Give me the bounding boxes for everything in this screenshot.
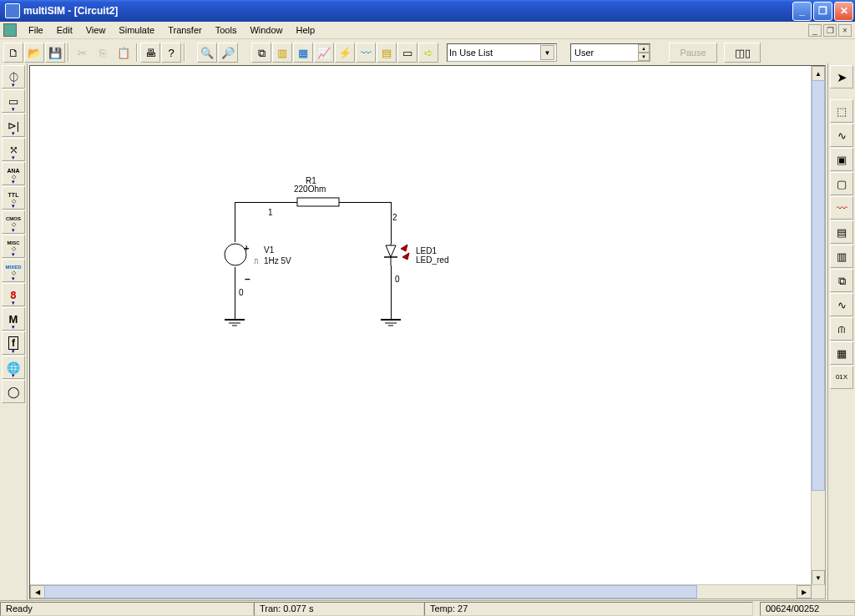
palette-source[interactable]: ⏀ — [2, 65, 25, 88]
globe-icon: 🌐 — [7, 362, 20, 373]
palette-ttl[interactable]: TTL◇ — [2, 186, 25, 210]
menu-transfer[interactable]: Transfer — [161, 23, 209, 37]
scroll-up-icon[interactable]: ▲ — [812, 66, 825, 81]
instrument-wattmeter[interactable]: ▣ — [830, 148, 853, 171]
palette-cmos[interactable]: CMOS◇ — [2, 210, 25, 234]
in-use-combo[interactable]: In Use List ▼ — [447, 43, 557, 62]
menu-view[interactable]: View — [79, 23, 113, 37]
minimize-button[interactable]: _ — [792, 2, 812, 21]
vscroll-thumb[interactable] — [812, 80, 825, 491]
open-button[interactable]: 📂 — [24, 43, 44, 63]
user-field[interactable]: User ▲▼ — [570, 43, 650, 62]
menu-tools[interactable]: Tools — [209, 23, 244, 37]
zoom-out-button[interactable]: 🔎 — [218, 43, 238, 63]
analysis5-button[interactable]: ▭ — [397, 43, 417, 63]
postprocess-button[interactable]: ⚡ — [335, 43, 355, 63]
scroll-left-icon[interactable]: ◀ — [30, 585, 45, 598]
go-button[interactable]: ➪ — [418, 43, 438, 63]
vertical-scrollbar[interactable]: ▲ ▼ — [811, 66, 825, 585]
wire[interactable] — [391, 202, 392, 244]
print-button[interactable]: 🖶 — [140, 43, 160, 63]
spin-up-icon[interactable]: ▲ — [638, 44, 650, 53]
instrument-iv[interactable]: 01X — [830, 366, 853, 389]
palette-display[interactable]: 8 — [2, 283, 25, 306]
wattmeter-icon: ▣ — [837, 154, 847, 165]
menu-simulate[interactable]: Simulate — [112, 23, 161, 37]
analysis2-button[interactable]: ▦ — [293, 43, 313, 63]
menu-edit[interactable]: Edit — [50, 23, 79, 37]
save-button[interactable]: 💾 — [45, 43, 65, 63]
dist-icon: ▦ — [837, 348, 847, 359]
new-button[interactable]: 🗋 — [3, 43, 23, 63]
instrument-network[interactable]: ∿ — [830, 293, 853, 316]
scroll-down-icon[interactable]: ▼ — [812, 570, 825, 585]
mdi-restore-button[interactable]: ❐ — [823, 24, 837, 37]
instrument-logic-analyzer[interactable]: ▤ — [830, 220, 853, 244]
menu-help[interactable]: Help — [290, 23, 322, 37]
palette-net[interactable]: 🌐 — [2, 356, 25, 379]
multimeter-icon: ⬚ — [837, 106, 847, 117]
logic-analyzer-icon: ▤ — [837, 227, 847, 238]
led-model[interactable]: LED_red — [416, 255, 448, 265]
analysis4-button[interactable]: ▤ — [377, 43, 397, 63]
user-field-value: User — [574, 48, 594, 58]
palette-transistor[interactable]: ⤱ — [2, 138, 25, 161]
horizontal-scrollbar[interactable]: ◀ ▶ — [30, 584, 825, 598]
database-icon: ⧉ — [258, 48, 266, 58]
palette-resistor[interactable]: ▭ — [2, 89, 25, 113]
copy-button[interactable]: ⎘ — [93, 43, 113, 63]
instrument-word-gen[interactable]: ▥ — [830, 245, 853, 268]
scroll-right-icon[interactable]: ▶ — [797, 585, 812, 598]
r1-value[interactable]: 220Ohm — [294, 184, 326, 194]
analysis1-button[interactable]: ▥ — [272, 43, 292, 63]
palette-analog[interactable]: ANA◇ — [2, 162, 25, 185]
pause-button[interactable]: Pause — [669, 43, 717, 63]
statusbar: Ready Tran: 0.077 s Temp: 27 00624/00252 — [0, 600, 855, 616]
wire[interactable] — [235, 267, 235, 319]
resistor-r1[interactable] — [297, 195, 339, 209]
led-name[interactable]: LED1 — [416, 246, 437, 255]
instrument-dist[interactable]: ▦ — [830, 341, 853, 365]
wire[interactable] — [391, 265, 392, 319]
schematic-canvas[interactable]: R1 220Ohm 1 2 + – V1 ⎍ 1Hz 5V 0 — [29, 65, 826, 599]
paste-button[interactable]: 📋 — [114, 43, 134, 63]
instrument-scope[interactable]: ▢ — [830, 172, 853, 195]
spectrum-icon: ⫙ — [837, 324, 847, 335]
zoom-in-button[interactable]: 🔍 — [197, 43, 217, 63]
simulate-switch[interactable]: ◫▯ — [724, 43, 761, 63]
cut-button[interactable]: ✂ — [72, 43, 92, 63]
analysis3-button[interactable]: 〰 — [356, 43, 376, 63]
logic-conv-icon: ⧉ — [838, 275, 846, 286]
menu-window[interactable]: Window — [243, 23, 289, 37]
mdi-close-button[interactable]: × — [838, 24, 852, 37]
palette-m[interactable]: M — [2, 307, 25, 331]
graph-button[interactable]: 📈 — [314, 43, 334, 63]
ground-left[interactable] — [225, 319, 245, 327]
instrument-funcgen[interactable]: ∿ — [830, 124, 853, 147]
palette-mixed[interactable]: MIXED◇ — [2, 259, 25, 282]
v1-name[interactable]: V1 — [264, 245, 274, 255]
instrument-spectrum[interactable]: ⫙ — [830, 317, 853, 341]
instrument-multimeter[interactable]: ⬚ — [830, 99, 853, 123]
palette-meter[interactable]: ◯ — [2, 380, 25, 403]
wire[interactable] — [235, 202, 297, 203]
close-button[interactable]: ✕ — [834, 2, 853, 21]
wire[interactable] — [235, 202, 235, 242]
palette-f[interactable]: f — [2, 331, 25, 355]
wire[interactable] — [339, 202, 391, 203]
menu-file[interactable]: File — [22, 23, 50, 37]
instrument-bode[interactable]: 〰 — [830, 196, 853, 220]
database-button[interactable]: ⧉ — [251, 43, 271, 63]
mdi-minimize-button[interactable]: _ — [808, 24, 822, 37]
instrument-logic-conv[interactable]: ⧉ — [830, 269, 853, 292]
palette-misc[interactable]: MISC◇ — [2, 235, 25, 258]
maximize-button[interactable]: ❐ — [813, 2, 832, 21]
hscroll-thumb[interactable] — [44, 585, 697, 598]
ground-right[interactable] — [381, 319, 401, 327]
source-icon: ⏀ — [8, 72, 19, 83]
spin-down-icon[interactable]: ▼ — [638, 53, 650, 61]
v1-value[interactable]: 1Hz 5V — [264, 256, 291, 265]
help-button[interactable]: ? — [161, 43, 181, 63]
instrument-cursor[interactable]: ➤ — [830, 65, 853, 88]
palette-diode[interactable]: ⊳| — [2, 114, 25, 137]
